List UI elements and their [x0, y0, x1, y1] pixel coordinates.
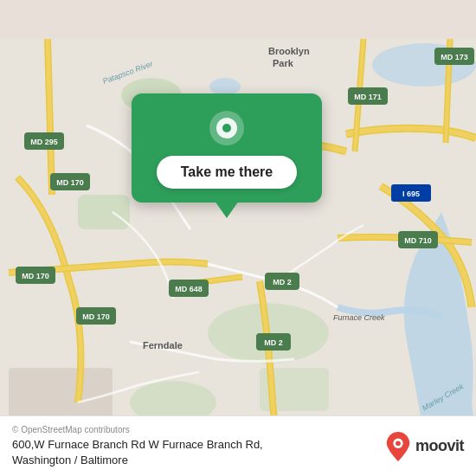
bottom-left-info: © OpenStreetMap contributors 600,W Furna…	[12, 425, 263, 467]
svg-text:MD 710: MD 710	[404, 236, 432, 245]
svg-text:MD 171: MD 171	[354, 93, 382, 101]
address-block: 600,W Furnace Branch Rd W Furnace Branch…	[12, 436, 263, 467]
svg-point-47	[222, 124, 231, 132]
popup-tail	[215, 201, 239, 218]
svg-text:MD 173: MD 173	[441, 53, 468, 61]
svg-text:MD 170: MD 170	[82, 312, 110, 321]
location-pin-icon	[208, 109, 246, 147]
bottom-bar: © OpenStreetMap contributors 600,W Furna…	[0, 415, 476, 476]
svg-text:Furnace Creek: Furnace Creek	[333, 313, 385, 322]
svg-text:MD 648: MD 648	[175, 285, 203, 293]
svg-text:MD 170: MD 170	[56, 178, 84, 187]
moovit-label: moovit	[415, 437, 464, 455]
svg-text:Park: Park	[273, 58, 294, 68]
svg-text:MD 295: MD 295	[30, 138, 58, 146]
address-text: 600,W Furnace Branch Rd W Furnace Branch…	[12, 438, 263, 451]
map-background: MD 295 MD 170 MD 170 MD 170 I 8958 MD 17…	[0, 0, 476, 476]
map-container: MD 295 MD 170 MD 170 MD 170 I 8958 MD 17…	[0, 0, 476, 476]
copyright-text: © OpenStreetMap contributors	[12, 425, 263, 434]
svg-point-49	[396, 441, 401, 446]
map-popup: Take me there	[132, 93, 322, 203]
city-text: Washington / Baltimore	[12, 453, 128, 466]
svg-rect-4	[78, 195, 130, 229]
svg-text:MD 170: MD 170	[22, 272, 49, 280]
svg-text:MD 2: MD 2	[264, 338, 283, 347]
svg-text:MD 2: MD 2	[273, 278, 292, 286]
svg-text:Ferndale: Ferndale	[143, 340, 183, 351]
moovit-pin-icon	[386, 432, 410, 461]
svg-point-2	[209, 78, 241, 95]
svg-text:I 695: I 695	[402, 190, 420, 198]
moovit-logo: moovit	[386, 432, 464, 461]
svg-text:Brooklyn: Brooklyn	[268, 46, 310, 56]
take-me-there-button[interactable]: Take me there	[157, 156, 297, 189]
